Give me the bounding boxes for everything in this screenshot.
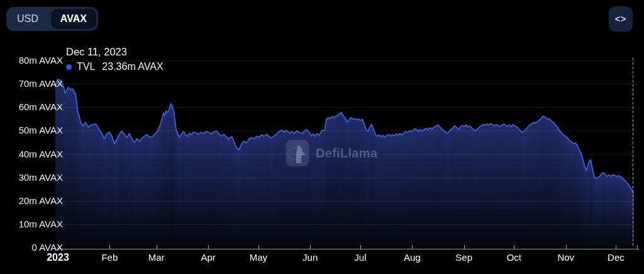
defillama-tvl-chart-widget: USD AVAX <> Dec 11, 2023 TVL 23.36m AVAX…: [0, 0, 644, 274]
tvl-area-chart-canvas[interactable]: [0, 0, 644, 274]
